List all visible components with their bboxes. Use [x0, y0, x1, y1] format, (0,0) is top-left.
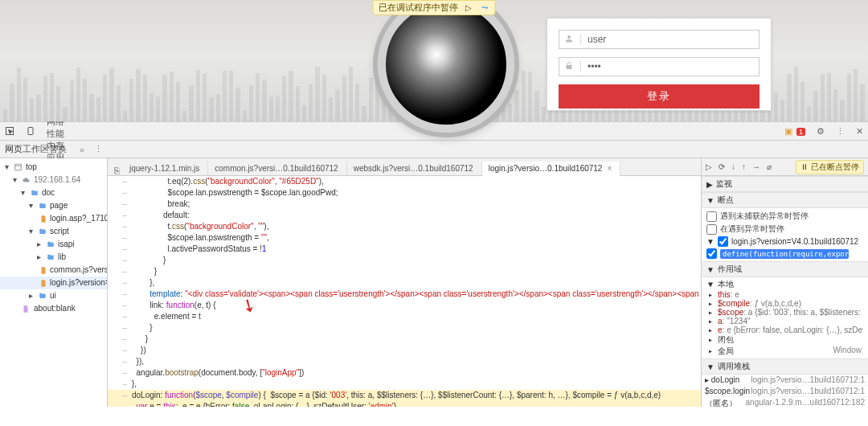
deactivate-bp-button[interactable]: ⌀: [767, 162, 772, 171]
breakpoint-code[interactable]: define(function(require,exports,module){…: [706, 248, 863, 260]
code-line[interactable]: – t.css("backgroundColor", ""),: [108, 221, 701, 232]
step-out-button[interactable]: ↑: [742, 162, 746, 171]
code-editor[interactable]: ➘ – t.eq(2).css("backgroundColor", "#65D…: [108, 176, 701, 407]
settings-icon[interactable]: ⚙: [817, 126, 825, 137]
nav-item[interactable]: common.js?version=V4.0…: [0, 264, 107, 276]
svg-rect-1: [567, 65, 572, 69]
nav-item[interactable]: ▾script: [0, 225, 107, 238]
editor-pane: ⎘ jquery-1.12.1.min.jscommon.js?versi…0.…: [108, 158, 701, 407]
code-line[interactable]: – $scope.lan.pswstrength = $scope.lan.go…: [108, 187, 701, 199]
code-line[interactable]: – template: "<div class='validate'><span…: [108, 289, 701, 300]
nav-item[interactable]: about:blank: [0, 302, 107, 315]
debug-sections: ▶监视▼断点遇到未捕获的异常时暂停在遇到异常时暂停▼login.js?versi…: [702, 176, 868, 407]
nav-item[interactable]: ▾page: [0, 199, 107, 212]
camera-lens-decoration: [378, 0, 514, 133]
warning-indicator[interactable]: ▣ 1: [784, 126, 805, 137]
step-over-button[interactable]: ⟳: [719, 162, 725, 171]
file-tab[interactable]: common.js?versi…0.1build160712: [208, 162, 346, 175]
password-field[interactable]: [559, 57, 760, 76]
section-header[interactable]: ▼断点: [702, 192, 868, 208]
scope-var[interactable]: ▸ $scope: a {$id: '003', this: a, $$list…: [706, 308, 863, 317]
code-line[interactable]: – }: [108, 255, 701, 266]
sub-tab-2[interactable]: 替换: [49, 144, 67, 154]
nav-item[interactable]: ▸lib: [0, 251, 107, 264]
bp-option[interactable]: 在遇到异常时暂停: [706, 223, 863, 236]
code-line[interactable]: – }): [108, 345, 701, 356]
more-icon[interactable]: ⋮: [836, 126, 845, 137]
callstack-frame[interactable]: $scope.loginlogin.js?versio…1build160712…: [702, 386, 868, 397]
main-tab-5[interactable]: 性能: [47, 128, 99, 140]
sub-tab-1[interactable]: 工作区: [23, 144, 49, 154]
scope-var[interactable]: ▸ this: e: [706, 290, 863, 299]
step-icon[interactable]: ⤳: [479, 3, 490, 13]
sub-tab-0[interactable]: 网页: [5, 144, 23, 154]
code-line[interactable]: – }: [108, 322, 701, 334]
code-line[interactable]: – t.eq(2).css("backgroundColor", "#65D25…: [108, 176, 701, 187]
code-line[interactable]: – }: [108, 334, 701, 345]
scope-group[interactable]: ▸ 全局Window: [706, 346, 863, 357]
callstack-frame[interactable]: ▸ doLoginlogin.js?versio…1build160712:1: [702, 375, 868, 386]
svg-point-0: [567, 35, 571, 39]
section-header[interactable]: ▼调用堆栈: [702, 358, 868, 375]
code-line[interactable]: –},: [108, 379, 701, 390]
more-subtab-icon[interactable]: ⋮: [94, 144, 103, 154]
section-header[interactable]: ▼作用域: [702, 261, 868, 277]
file-tabs-overflow-icon[interactable]: ⎘: [111, 166, 123, 175]
scope-var[interactable]: ▸ e: e {bError: false, oLanLogin: {…}, s…: [706, 326, 863, 334]
pause-banner: 已在调试程序中暂停 ▷ ⤳: [373, 0, 496, 15]
code-line[interactable]: – var e = this; e = e {bError: false, oL…: [108, 401, 701, 407]
scope-group[interactable]: ▸ 闭包: [706, 334, 863, 346]
user-icon: [564, 34, 574, 45]
nav-item[interactable]: ▾top: [0, 161, 107, 174]
code-line[interactable]: – break;: [108, 199, 701, 210]
resume-button[interactable]: ▷: [706, 162, 712, 171]
nav-item[interactable]: login.js?version=V4.0.1bu…: [0, 276, 107, 289]
login-card: 登录: [547, 18, 772, 111]
step-button[interactable]: →: [752, 162, 760, 171]
callstack-frame[interactable]: （匿名）angular-1.2.9.m…uild160712:182: [702, 397, 868, 407]
code-line[interactable]: – },: [108, 277, 701, 289]
scope-var[interactable]: ▸ a: "1234": [706, 317, 863, 326]
code-line[interactable]: – angular.bootstrap(document.body, ["log…: [108, 367, 701, 379]
file-tab[interactable]: login.js?versio…0.1build160712×: [482, 162, 621, 176]
nav-item[interactable]: ▾192.168.1.64: [0, 174, 107, 186]
breakpoint-item[interactable]: ▼login.js?version=V4.0.1build160712: [706, 236, 863, 248]
svg-rect-4: [15, 164, 22, 170]
nav-item[interactable]: ▸ui: [0, 289, 107, 302]
paused-status-chip: ⏸ 已在断点暂停: [796, 160, 864, 174]
login-button[interactable]: 登录: [559, 84, 760, 109]
password-input[interactable]: [588, 61, 754, 72]
device-icon[interactable]: [26, 126, 35, 136]
section-header[interactable]: ▶监视: [702, 176, 868, 192]
code-line[interactable]: – }: [108, 266, 701, 277]
lock-icon: [564, 61, 574, 72]
file-tab[interactable]: jquery-1.12.1.min.js: [123, 162, 208, 175]
bp-option[interactable]: 遇到未捕获的异常时暂停: [706, 210, 863, 223]
code-line[interactable]: – link: function(e, t) {: [108, 300, 701, 311]
code-line[interactable]: – e.element = t: [108, 311, 701, 322]
pause-banner-text: 已在调试程序中暂停: [379, 2, 458, 14]
close-devtools-icon[interactable]: ✕: [856, 126, 863, 137]
code-line[interactable]: – default:: [108, 210, 701, 221]
debug-controls: ▷ ⟳ ↓ ↑ → ⌀ ⏸ 已在断点暂停: [702, 158, 868, 176]
scope-var[interactable]: ▸ $compile: ƒ v(a,b,c,d,e): [706, 299, 863, 308]
inspect-icon[interactable]: [5, 126, 14, 136]
nav-item[interactable]: login.asp?_17109170934…: [0, 212, 107, 225]
file-tab[interactable]: websdk.js?versi…0.1build160712: [347, 162, 482, 175]
step-into-button[interactable]: ↓: [731, 162, 735, 171]
page-stage: 已在调试程序中暂停 ▷ ⤳ 登录: [0, 0, 868, 121]
username-input[interactable]: [588, 34, 754, 45]
sources-subtabs: 网页工作区替换 » ⋮: [0, 141, 868, 158]
nav-item[interactable]: ▾doc: [0, 186, 107, 199]
resume-icon[interactable]: ▷: [463, 3, 474, 13]
code-line[interactable]: –doLogin: function($scope, $compile) { $…: [108, 390, 701, 401]
file-navigator[interactable]: ▾top▾192.168.1.64▾doc▾pagelogin.asp?_171…: [0, 158, 108, 407]
nav-item[interactable]: ▸isapi: [0, 238, 107, 251]
code-line[interactable]: – l.activePasswordStatus = !1: [108, 244, 701, 255]
code-line[interactable]: – }),: [108, 356, 701, 367]
file-tabs: ⎘ jquery-1.12.1.min.jscommon.js?versi…0.…: [108, 158, 701, 176]
code-line[interactable]: – $scope.lan.pswstrength = "",: [108, 232, 701, 244]
sources-workarea: ▾top▾192.168.1.64▾doc▾pagelogin.asp?_171…: [0, 158, 868, 407]
close-tab-icon[interactable]: ×: [607, 164, 612, 173]
username-field[interactable]: [559, 30, 760, 49]
